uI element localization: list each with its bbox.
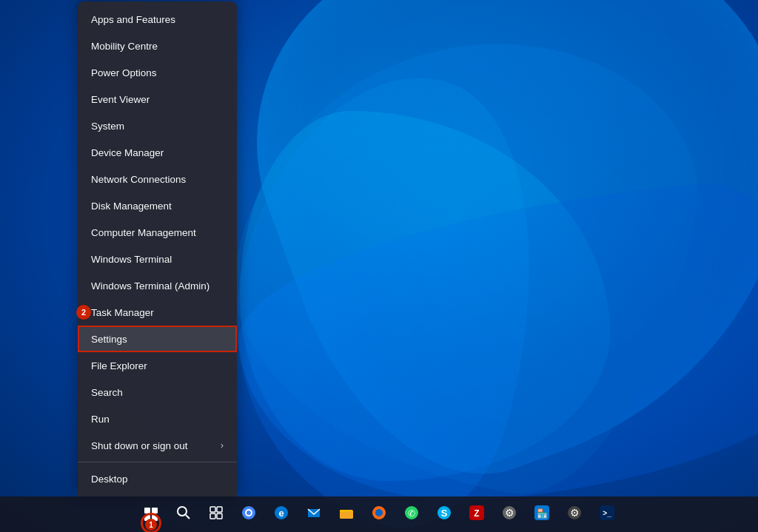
menu-item-run[interactable]: Run xyxy=(78,405,237,432)
menu-label-search: Search xyxy=(91,387,123,398)
menu-item-power-options[interactable]: Power Options xyxy=(78,59,237,86)
menu-item-task-manager[interactable]: 2Task Manager xyxy=(78,299,237,326)
menu-label-computer-management: Computer Management xyxy=(91,227,196,238)
menu-badge-task-manager: 2 xyxy=(76,305,91,320)
svg-rect-4 xyxy=(210,514,215,519)
svg-rect-5 xyxy=(217,514,222,519)
menu-item-windows-terminal[interactable]: Windows Terminal xyxy=(78,246,237,272)
menu-item-desktop[interactable]: Desktop xyxy=(78,465,237,492)
menu-label-device-manager: Device Manager xyxy=(91,147,164,158)
menu-label-system: System xyxy=(91,121,124,132)
start-notification-count: 1 xyxy=(145,519,157,531)
menu-label-run: Run xyxy=(91,414,110,425)
svg-text:Z: Z xyxy=(474,508,479,519)
mail-icon xyxy=(306,505,321,524)
menu-item-device-manager[interactable]: Device Manager xyxy=(78,139,237,166)
svg-text:✆: ✆ xyxy=(408,508,415,519)
taskbar-icon-settings-tb[interactable]: ⚙ xyxy=(494,499,524,529)
taskbar-icon-skype[interactable]: S xyxy=(429,499,459,529)
menu-label-event-viewer: Event Viewer xyxy=(91,94,150,105)
menu-item-disk-management[interactable]: Disk Management xyxy=(78,192,237,219)
svg-text:⚙: ⚙ xyxy=(570,507,580,519)
settings-tb-icon: ⚙ xyxy=(502,505,517,524)
menu-label-desktop: Desktop xyxy=(91,474,128,485)
taskbar-icon-mail[interactable] xyxy=(299,499,329,529)
svg-text:⚙: ⚙ xyxy=(505,507,514,519)
svg-text:e: e xyxy=(278,508,284,519)
taskbar-icon-start[interactable]: 1 xyxy=(136,499,166,529)
menu-label-apps-features: Apps and Features xyxy=(91,14,175,25)
menu-item-search[interactable]: Search xyxy=(78,379,237,405)
store-icon: 🏪 xyxy=(534,505,549,524)
svg-point-8 xyxy=(246,511,251,515)
menu-item-shut-down-sign-out[interactable]: Shut down or sign out› xyxy=(78,432,237,459)
menu-label-mobility-centre: Mobility Centre xyxy=(91,41,158,52)
context-menu: Apps and FeaturesMobility CentrePower Op… xyxy=(78,1,237,496)
menu-item-mobility-centre[interactable]: Mobility Centre xyxy=(78,33,237,59)
search-icon xyxy=(176,505,191,524)
gear2-icon: ⚙ xyxy=(567,505,582,524)
filezilla-icon: Z xyxy=(469,505,484,524)
menu-label-task-manager: Task Manager xyxy=(91,307,154,318)
menu-item-settings[interactable]: Settings xyxy=(78,326,237,352)
menu-label-file-explorer: File Explorer xyxy=(91,360,147,371)
menu-divider xyxy=(78,462,237,462)
chrome-icon xyxy=(241,505,256,524)
taskbar-icon-firefox[interactable] xyxy=(364,499,394,529)
taskbar-icon-terminal-tb[interactable]: >_ xyxy=(592,499,622,529)
menu-label-shut-down-sign-out: Shut down or sign out xyxy=(91,440,188,451)
taskbar-icon-chrome[interactable] xyxy=(234,499,264,529)
svg-rect-3 xyxy=(217,507,222,512)
menu-label-settings: Settings xyxy=(91,334,127,345)
menu-item-computer-management[interactable]: Computer Management xyxy=(78,219,237,246)
menu-label-disk-management: Disk Management xyxy=(91,201,172,212)
taskbar-icon-store[interactable]: 🏪 xyxy=(527,499,557,529)
menu-label-power-options: Power Options xyxy=(91,67,157,78)
menu-label-windows-terminal: Windows Terminal xyxy=(91,254,172,265)
menu-label-network-connections: Network Connections xyxy=(91,174,186,185)
svg-rect-2 xyxy=(210,507,215,512)
menu-item-windows-terminal-admin[interactable]: Windows Terminal (Admin) xyxy=(78,272,237,299)
taskbar-icon-whatsapp[interactable]: ✆ xyxy=(397,499,426,529)
menu-item-network-connections[interactable]: Network Connections xyxy=(78,166,237,192)
svg-rect-14 xyxy=(340,510,346,512)
terminal-tb-icon: >_ xyxy=(600,505,614,524)
taskbar-icon-gear2[interactable]: ⚙ xyxy=(560,499,589,529)
whatsapp-icon: ✆ xyxy=(404,505,419,524)
menu-item-event-viewer[interactable]: Event Viewer xyxy=(78,86,237,112)
taskbar-icon-edge[interactable]: e xyxy=(266,499,296,529)
svg-text:>_: >_ xyxy=(603,509,611,517)
svg-point-0 xyxy=(178,507,187,516)
skype-icon: S xyxy=(437,505,452,524)
menu-label-windows-terminal-admin: Windows Terminal (Admin) xyxy=(91,280,209,292)
taskbar-icon-search[interactable] xyxy=(169,499,198,529)
taskbar-icon-file-explorer-tb[interactable] xyxy=(332,499,361,529)
svg-text:🏪: 🏪 xyxy=(537,508,548,519)
menu-item-system[interactable]: System xyxy=(78,112,237,139)
file-explorer-tb-icon xyxy=(339,505,354,524)
firefox-icon xyxy=(372,505,386,524)
svg-line-1 xyxy=(186,515,190,519)
svg-text:S: S xyxy=(441,508,448,519)
taskbar-icon-task-view[interactable] xyxy=(201,499,231,529)
taskbar-icon-filezilla[interactable]: Z xyxy=(462,499,492,529)
menu-item-apps-features[interactable]: Apps and Features xyxy=(78,6,237,33)
svg-rect-13 xyxy=(340,511,353,519)
svg-point-16 xyxy=(375,509,383,516)
chevron-right-icon: › xyxy=(221,440,224,451)
task-view-icon xyxy=(209,505,224,524)
menu-item-file-explorer[interactable]: File Explorer xyxy=(78,352,237,379)
edge-icon: e xyxy=(274,505,289,524)
taskbar: 1e✆SZ⚙🏪⚙>_ xyxy=(0,496,758,532)
